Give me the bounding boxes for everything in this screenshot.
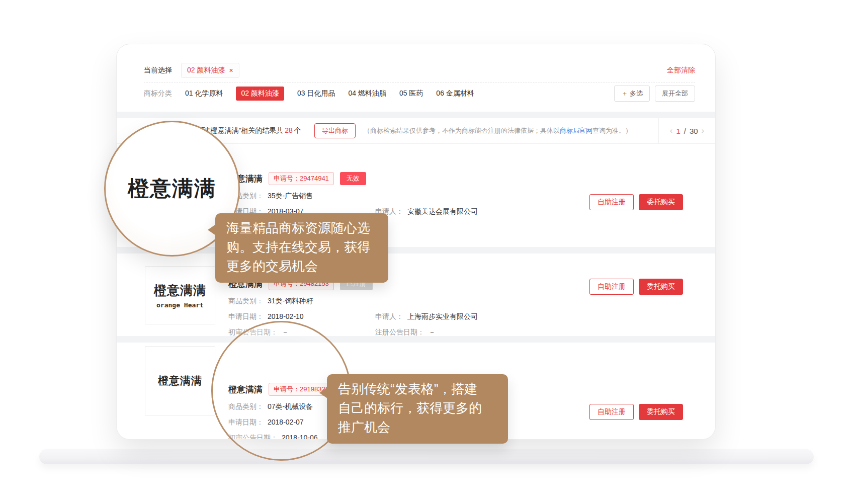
self-register-button[interactable]: 自助注册 bbox=[589, 404, 634, 420]
trademark-image-3[interactable]: 橙意满满 bbox=[145, 346, 215, 415]
callout-tooltip-1: 海量精品商标资源随心选 购。支持在线交易，获得 更多的交易机会 bbox=[215, 213, 388, 283]
field-value: 31类-饲料种籽 bbox=[268, 296, 313, 306]
category-item-06[interactable]: 06 金属材料 bbox=[436, 89, 474, 98]
category-item-04[interactable]: 04 燃料油脂 bbox=[348, 89, 386, 98]
page-separator: / bbox=[684, 127, 686, 135]
field-label: 申请日期： bbox=[228, 312, 264, 321]
tooltip-line: 海量精品商标资源随心选 bbox=[226, 218, 377, 237]
field-value: 35类-广告销售 bbox=[268, 191, 313, 201]
application-number-badge: 申请号：29474941 bbox=[269, 172, 334, 185]
page: 当前选择 02 颜料油漆 × 全部清除 商标分类 01 化学原料 02 颜料油漆… bbox=[0, 0, 853, 504]
magnified-trademark-text: 橙意满满 bbox=[128, 175, 216, 203]
prev-page-icon[interactable]: ‹ bbox=[670, 126, 673, 136]
row-actions: 自助注册 委托购买 bbox=[589, 279, 683, 295]
trademark-info-2: 橙意满满 申请号：29482153 已注册 商品类别：31类-饲料种籽 申请日期… bbox=[228, 277, 478, 336]
status-badge-invalid: 无效 bbox=[340, 172, 366, 185]
current-selection-row: 当前选择 02 颜料油漆 × 全部清除 bbox=[144, 58, 695, 82]
trademark-name[interactable]: 橙意满满 bbox=[228, 384, 263, 395]
tooltip-line: 更多的交易机会 bbox=[226, 257, 377, 276]
self-register-button[interactable]: 自助注册 bbox=[589, 279, 634, 295]
category-label: 商标分类 bbox=[144, 89, 172, 98]
selected-filter-tag[interactable]: 02 颜料油漆 × bbox=[181, 63, 239, 78]
disclaimer-text: （商标检索结果仅供参考，不作为商标能否注册的法律依据；具体以商标局官网查询为准。… bbox=[364, 126, 632, 135]
total-pages: 30 bbox=[690, 127, 698, 135]
field-value: 2018-02-10 bbox=[268, 312, 304, 321]
category-item-03[interactable]: 03 日化用品 bbox=[297, 89, 335, 98]
row-actions: 自助注册 委托购买 bbox=[589, 404, 683, 420]
row-actions: 自助注册 委托购买 bbox=[589, 194, 683, 210]
field-value: － bbox=[429, 327, 436, 337]
field-label: 商品类别： bbox=[228, 402, 264, 411]
selected-filter-tag-text: 02 颜料油漆 bbox=[187, 66, 225, 75]
field-label: 申请日期： bbox=[228, 417, 264, 427]
multi-select-button[interactable]: ＋ 多选 bbox=[614, 86, 650, 102]
tooltip-line: 购。支持在线交易，获得 bbox=[226, 237, 377, 257]
field-value: 上海雨步实业有限公司 bbox=[407, 312, 478, 321]
entrust-buy-button[interactable]: 委托购买 bbox=[639, 404, 683, 420]
pagination: ‹ 1 / 30 › bbox=[658, 118, 715, 143]
trademark-image-text: 橙意满满 bbox=[154, 282, 206, 299]
filter-section: 当前选择 02 颜料油漆 × 全部清除 商标分类 01 化学原料 02 颜料油漆… bbox=[117, 44, 715, 112]
current-page: 1 bbox=[676, 127, 680, 135]
clear-all-link[interactable]: 全部清除 bbox=[667, 66, 695, 75]
trademark-row-2: 橙意满满 orange Heart 橙意满满 申请号：29482153 已注册 … bbox=[117, 254, 715, 336]
trademark-image-text: 橙意满满 bbox=[158, 374, 202, 388]
field-value: 安徽美达会展有限公司 bbox=[407, 207, 478, 216]
field-value: － bbox=[282, 327, 289, 337]
tooltip-line: 自己的标行，获得更多的 bbox=[338, 398, 497, 417]
results-count: 28 bbox=[285, 126, 293, 134]
category-actions: ＋ 多选 展开全部 bbox=[614, 86, 695, 102]
field-value: 07类-机械设备 bbox=[268, 402, 313, 411]
trademark-image-subtext: orange Heart bbox=[156, 301, 204, 309]
field-label: 注册公告日期： bbox=[375, 327, 424, 337]
field-label: 申请人： bbox=[375, 312, 403, 321]
category-item-05[interactable]: 05 医药 bbox=[399, 89, 423, 98]
category-row: 商标分类 01 化学原料 02 颜料油漆 03 日化用品 04 燃料油脂 05 … bbox=[144, 83, 695, 104]
category-item-02-active[interactable]: 02 颜料油漆 bbox=[236, 87, 284, 101]
laptop-base bbox=[39, 449, 814, 464]
self-register-button[interactable]: 自助注册 bbox=[589, 194, 634, 210]
field-value: 2018-02-07 bbox=[268, 417, 304, 427]
tooltip-line: 推广机会 bbox=[338, 417, 497, 437]
current-selection-label: 当前选择 bbox=[144, 66, 172, 75]
next-page-icon[interactable]: › bbox=[702, 126, 705, 136]
expand-all-button[interactable]: 展开全部 bbox=[655, 86, 695, 102]
export-trademark-button[interactable]: 导出商标 bbox=[314, 123, 356, 138]
tooltip-line: 告别传统“发表格”，搭建 bbox=[338, 379, 497, 398]
field-label: 初审公告日期： bbox=[228, 433, 278, 439]
close-icon[interactable]: × bbox=[229, 66, 233, 74]
category-item-01[interactable]: 01 化学原料 bbox=[185, 89, 223, 98]
field-label: 商品类别： bbox=[228, 296, 264, 306]
entrust-buy-button[interactable]: 委托购买 bbox=[639, 194, 683, 210]
trademark-office-link[interactable]: 商标局官网 bbox=[560, 127, 592, 134]
trademark-image-2[interactable]: 橙意满满 orange Heart bbox=[145, 266, 215, 324]
field-label: 初审公告日期： bbox=[228, 327, 278, 337]
callout-tooltip-2: 告别传统“发表格”，搭建 自己的标行，获得更多的 推广机会 bbox=[327, 374, 508, 444]
field-value: 2018-10-06 bbox=[282, 433, 318, 439]
entrust-buy-button[interactable]: 委托购买 bbox=[639, 279, 683, 295]
